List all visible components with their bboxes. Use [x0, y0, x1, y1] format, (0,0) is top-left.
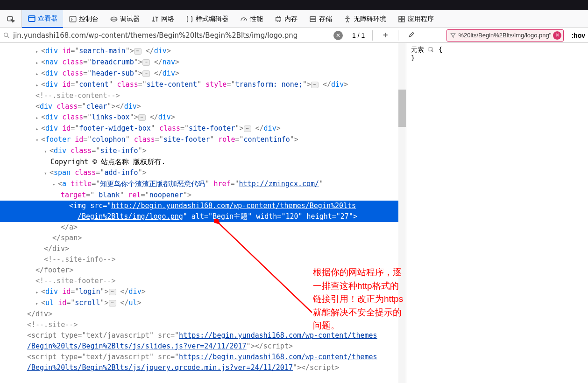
- twisty-icon[interactable]: [44, 167, 50, 179]
- dom-comment[interactable]: <!--.site-footer-->: [0, 276, 406, 286]
- dom-node-highlighted[interactable]: /Begin%2Blts/img/logo.png" alt="Begin主题"…: [0, 211, 406, 222]
- dom-node[interactable]: <ul id="scroll">⋯ </ul>: [0, 298, 406, 309]
- svg-line-6: [244, 18, 245, 21]
- svg-rect-17: [399, 19, 401, 21]
- tab-memory[interactable]: 内存: [269, 10, 303, 28]
- dom-node[interactable]: <div id="login">⋯ </div>: [0, 286, 406, 298]
- tab-label: 样式编辑器: [196, 15, 228, 23]
- ellipsis-icon[interactable]: ⋯: [109, 300, 116, 306]
- dom-node[interactable]: <div class="links-box">⋯ </div>: [0, 112, 406, 123]
- dom-node[interactable]: <div class="site-info">: [0, 146, 406, 157]
- dom-node-wrap[interactable]: /Begin%20lts/Begin%2Blts/js/jquery.qrcod…: [0, 362, 406, 373]
- tab-label: 性能: [250, 15, 263, 23]
- tab-label: 存储: [319, 15, 332, 23]
- twisty-icon[interactable]: [35, 46, 41, 57]
- twisty-icon[interactable]: [35, 79, 41, 91]
- inspect-icon[interactable]: [428, 47, 434, 53]
- search-input[interactable]: [13, 29, 331, 42]
- dom-comment[interactable]: <!--.site-->: [0, 320, 406, 330]
- clear-filter-button[interactable]: ✕: [553, 31, 561, 40]
- tab-label: 无障碍环境: [354, 15, 386, 23]
- tab-performance[interactable]: 性能: [234, 10, 269, 28]
- svg-rect-18: [402, 19, 404, 21]
- svg-line-20: [7, 36, 9, 38]
- twisty-icon[interactable]: [44, 146, 50, 157]
- dom-node[interactable]: <span class="add-info">: [0, 167, 406, 179]
- storage-icon: [309, 15, 317, 23]
- dom-node-wrap[interactable]: /Begin%20lts/Begin%2Blts/js/slides.js?ve…: [0, 341, 406, 352]
- svg-rect-15: [399, 16, 401, 19]
- pick-element-button[interactable]: [0, 10, 22, 28]
- svg-rect-12: [310, 16, 316, 19]
- ellipsis-icon[interactable]: ⋯: [109, 289, 116, 295]
- dom-close[interactable]: </span>: [0, 233, 406, 244]
- twisty-icon[interactable]: [35, 68, 41, 79]
- scroll-thumb[interactable]: [398, 90, 406, 127]
- search-icon: [3, 32, 10, 39]
- dom-node[interactable]: <a title="知更鸟你个渣渣正版都加恶意代码" href="http://…: [0, 179, 406, 190]
- application-icon: [397, 15, 406, 23]
- tab-debugger[interactable]: 调试器: [104, 10, 145, 28]
- dom-node[interactable]: <div class="clear"></div>: [0, 101, 406, 112]
- twisty-icon[interactable]: [35, 298, 41, 309]
- scrollbar[interactable]: [398, 43, 406, 383]
- ellipsis-icon[interactable]: ⋯: [138, 114, 146, 121]
- clear-search-button[interactable]: ✕: [333, 31, 343, 40]
- twisty-icon[interactable]: [35, 57, 41, 68]
- ellipsis-icon[interactable]: ⋯: [311, 82, 319, 88]
- twisty-icon[interactable]: [35, 112, 41, 123]
- dom-node[interactable]: <script type="text/javascript" src="http…: [0, 330, 406, 341]
- tab-label: 调试器: [120, 15, 140, 23]
- rules-selector-line[interactable]: 元素 {: [411, 46, 583, 54]
- tab-storage[interactable]: 存储: [303, 10, 338, 28]
- tab-accessibility[interactable]: 无障碍环境: [338, 10, 392, 28]
- dom-node[interactable]: <div id="footer-widget-box" class="site-…: [0, 123, 406, 134]
- dom-node[interactable]: <nav class="breadcrumb">⋯ </nav>: [0, 57, 406, 68]
- dom-tree[interactable]: <div id="search-main">⋯ </div> <nav clas…: [0, 43, 406, 383]
- dom-node-wrap[interactable]: target="_blank" rel="noopener">: [0, 190, 406, 201]
- search-page-indicator: 1 / 1: [352, 32, 365, 39]
- tab-label: 查看器: [38, 14, 57, 23]
- memory-icon: [274, 15, 283, 23]
- ellipsis-icon[interactable]: ⋯: [134, 48, 142, 55]
- dom-node[interactable]: <script type="text/javascript" src="http…: [0, 352, 406, 362]
- pick-element-icon: [7, 15, 15, 23]
- tab-inspector[interactable]: 查看器: [22, 10, 63, 28]
- tab-label: 内存: [284, 15, 298, 23]
- dom-close[interactable]: </footer>: [0, 265, 406, 276]
- network-icon: [151, 15, 159, 23]
- twisty-icon[interactable]: [35, 123, 41, 134]
- svg-rect-3: [70, 16, 76, 22]
- dom-node[interactable]: <div id="search-main">⋯ </div>: [0, 46, 406, 57]
- tab-style-editor[interactable]: 样式编辑器: [180, 10, 234, 28]
- styles-filter-chip[interactable]: %20lts/Begin%2Blts/img/logo.png" ✕: [446, 29, 564, 42]
- ellipsis-icon[interactable]: ⋯: [142, 59, 150, 66]
- dom-close[interactable]: </a>: [0, 222, 406, 233]
- twisty-icon[interactable]: [35, 286, 41, 298]
- dom-comment[interactable]: <!--.site-info-->: [0, 254, 406, 265]
- svg-rect-7: [276, 17, 281, 21]
- dom-close[interactable]: </div>: [0, 309, 406, 320]
- twisty-icon[interactable]: [35, 134, 41, 146]
- svg-rect-1: [28, 16, 35, 21]
- eyedropper-button[interactable]: [406, 30, 416, 41]
- inspector-searchbar: ✕ 1 / 1 + %20lts/Begin%2Blts/img/logo.pn…: [0, 28, 588, 43]
- dom-close[interactable]: </div>: [0, 244, 406, 254]
- tab-network[interactable]: 网络: [145, 10, 180, 28]
- dom-node[interactable]: <footer id="colophon" class="site-footer…: [0, 134, 406, 146]
- hov-toggle[interactable]: :hov: [571, 32, 585, 39]
- separator: [372, 30, 373, 41]
- ellipsis-icon[interactable]: ⋯: [244, 125, 251, 132]
- filter-text: %20lts/Begin%2Blts/img/logo.png": [458, 32, 551, 39]
- tab-console[interactable]: 控制台: [63, 10, 104, 28]
- ellipsis-icon[interactable]: ⋯: [142, 70, 150, 77]
- filter-icon: [450, 32, 456, 39]
- dom-node[interactable]: <div class="header-sub">⋯ </div>: [0, 68, 406, 79]
- twisty-icon[interactable]: [52, 179, 58, 190]
- dom-node[interactable]: <div id="content" class="site-content" s…: [0, 79, 406, 91]
- tab-application[interactable]: 应用程序: [392, 10, 439, 28]
- add-button[interactable]: +: [380, 30, 390, 41]
- dom-comment[interactable]: <!--.site-content-->: [0, 91, 406, 101]
- dom-text[interactable]: Copyright © 站点名称 版权所有.: [0, 157, 406, 167]
- dom-node-highlighted[interactable]: <img src="http://begin.yundashi168.com/w…: [0, 201, 406, 211]
